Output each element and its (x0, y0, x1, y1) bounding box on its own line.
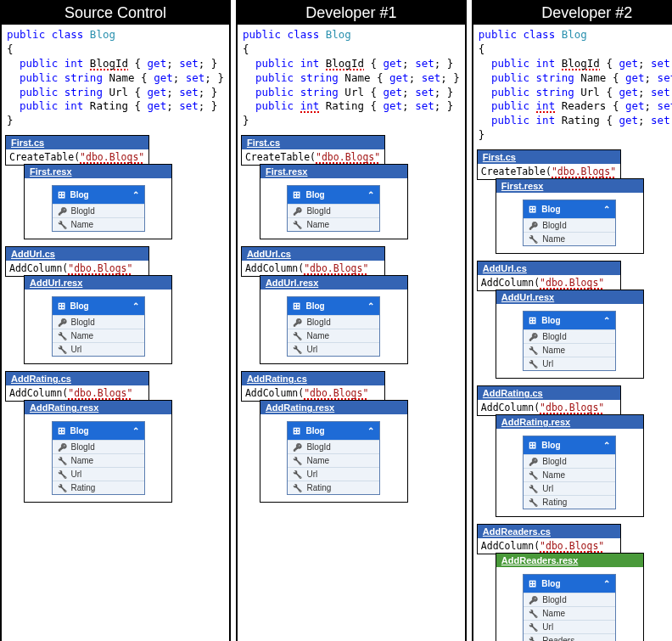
migration-1: AddUrl.csAddColumn("dbo.Blogs"AddUrl.res… (477, 261, 672, 379)
schema-field: BlogId (306, 318, 330, 327)
schema-field: Url (542, 484, 553, 493)
schema-field: Name (306, 220, 329, 229)
wrench-icon (529, 346, 538, 355)
cs-file-name: First.cs (6, 136, 148, 149)
wrench-icon (529, 234, 538, 244)
schema-field: Url (542, 359, 553, 368)
wrench-icon (293, 220, 302, 229)
cs-file-tab: AddRating.csAddColumn("dbo.Blogs" (241, 371, 385, 402)
resx-body: BlogBlogIdNameUrlRating (260, 414, 407, 502)
resx-file-tab: AddUrl.resxBlogBlogIdNameUrl (496, 290, 644, 379)
schema-table-name: Blog (541, 441, 560, 450)
table-icon (58, 426, 70, 436)
resx-file-name: AddRating.resx (496, 415, 643, 429)
cs-file-body: AddColumn("dbo.Blogs" (6, 385, 148, 401)
schema-field: Url (306, 470, 317, 479)
table-icon (529, 205, 541, 214)
schema-table-name: Blog (305, 426, 324, 436)
migration-2: AddRating.csAddColumn("dbo.Blogs"AddRati… (5, 371, 226, 503)
schema-table-name: Blog (70, 190, 89, 200)
schema-table-name: Blog (70, 301, 89, 311)
schema-rows: BlogIdNameUrlRating (53, 440, 144, 494)
wrench-icon (58, 331, 67, 340)
resx-file-name: AddUrl.resx (260, 276, 407, 290)
schema-rows: BlogIdName (524, 218, 615, 245)
resx-file-name: AddReaders.resx (496, 554, 643, 567)
cs-file-body: CreateTable("dbo.Blogs" (242, 149, 384, 165)
column-header: Source Control (2, 2, 229, 25)
wrench-icon (529, 484, 538, 493)
schema-row: Url (53, 467, 144, 481)
schema-header: Blog (524, 312, 615, 329)
wrench-icon (293, 483, 302, 492)
schema-field: Url (542, 622, 553, 632)
cs-file-body: AddColumn("dbo.Blogs" (478, 538, 620, 554)
table-icon (293, 190, 305, 200)
resx-file-name: AddUrl.resx (25, 276, 171, 290)
column-2: Developer #2public class Blog { public i… (472, 0, 672, 641)
schema-row: Url (524, 481, 615, 495)
schema-rows: BlogIdNameUrl (288, 315, 379, 356)
wrench-icon (58, 470, 67, 479)
table-icon (293, 301, 305, 311)
resx-file-tab: AddRating.resxBlogBlogIdNameUrlRating (24, 400, 172, 503)
schema-header: Blog (53, 186, 144, 204)
schema-row: Name (288, 453, 379, 467)
schema-field: BlogId (542, 221, 566, 230)
cs-file-tab: AddUrl.csAddColumn("dbo.Blogs" (5, 246, 149, 277)
schema-row: Name (53, 217, 144, 231)
key-icon (58, 318, 67, 327)
cs-file-tab: AddUrl.csAddColumn("dbo.Blogs" (477, 261, 621, 291)
schema-row: Name (524, 606, 615, 620)
schema-box: BlogBlogIdNameUrl (287, 296, 380, 357)
resx-file-tab: First.resxBlogBlogIdName (24, 164, 172, 239)
key-icon (529, 457, 538, 466)
schema-field: Url (71, 345, 82, 354)
schema-header: Blog (53, 297, 144, 315)
schema-field: BlogId (71, 442, 95, 452)
key-icon (529, 595, 538, 604)
schema-table-name: Blog (541, 316, 560, 325)
schema-row: Url (288, 467, 379, 481)
column-1: Developer #1public class Blog { public i… (236, 0, 467, 641)
chevron-up-icon (132, 301, 139, 311)
schema-row: Name (524, 232, 615, 245)
schema-box: BlogBlogIdNameUrlRating (523, 436, 616, 509)
diagram-container: Source Controlpublic class Blog { public… (0, 0, 672, 641)
chevron-up-icon (603, 579, 610, 588)
cs-file-name: AddRating.cs (6, 372, 148, 385)
migration-1: AddUrl.csAddColumn("dbo.Blogs"AddUrl.res… (241, 246, 462, 364)
key-icon (529, 221, 538, 230)
resx-body: BlogBlogIdNameUrlRating (496, 429, 643, 516)
resx-body: BlogBlogIdNameUrl (496, 304, 643, 378)
wrench-icon (58, 483, 67, 492)
cs-file-body: AddColumn("dbo.Blogs" (478, 400, 620, 415)
schema-field: Readers (542, 636, 574, 641)
wrench-icon (293, 331, 302, 340)
schema-field: Rating (542, 498, 567, 507)
wrench-icon (529, 498, 538, 507)
schema-box: BlogBlogIdName (523, 200, 616, 246)
resx-file-name: AddRating.resx (260, 401, 407, 414)
key-icon (529, 332, 538, 341)
schema-field: BlogId (542, 457, 566, 466)
schema-rows: BlogIdNameUrlRating (524, 454, 615, 509)
resx-file-name: First.resx (260, 165, 407, 178)
cs-file-tab: AddUrl.csAddColumn("dbo.Blogs" (241, 246, 385, 277)
schema-field: Name (306, 331, 329, 340)
resx-file-tab: AddUrl.resxBlogBlogIdNameUrl (24, 275, 172, 364)
schema-header: Blog (524, 200, 615, 218)
cs-file-body: AddColumn("dbo.Blogs" (6, 261, 148, 276)
schema-row: Url (288, 342, 379, 356)
resx-body: BlogBlogIdNameUrlReadersRating (496, 567, 643, 641)
cs-file-name: First.cs (242, 136, 384, 149)
resx-file-name: First.resx (496, 179, 643, 193)
table-icon (529, 316, 541, 325)
schema-row: BlogId (524, 454, 615, 468)
resx-body: BlogBlogIdName (25, 178, 171, 239)
schema-field: Name (71, 331, 94, 340)
cs-file-name: AddReaders.cs (478, 525, 620, 538)
code-block: public class Blog { public int BlogId { … (238, 25, 465, 132)
migration-0: First.csCreateTable("dbo.Blogs"First.res… (5, 135, 226, 239)
chevron-up-icon (367, 426, 374, 436)
